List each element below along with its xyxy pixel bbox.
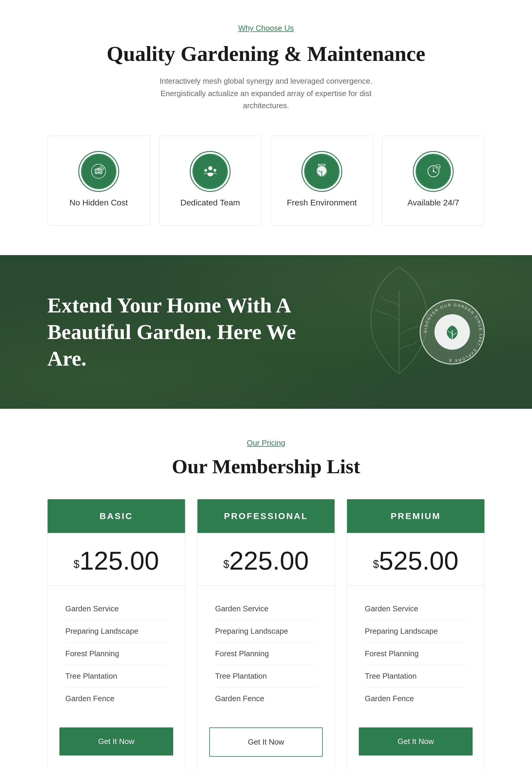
premium-feature-1: Garden Service <box>365 598 467 620</box>
feature-card-available-247: 24/7 Available 24/7 <box>382 136 485 226</box>
premium-features: Garden Service Preparing Landscape Fores… <box>347 586 484 722</box>
svg-text:DISCOVER OUR GARDEN SINCE 1997: DISCOVER OUR GARDEN SINCE 1997. EXPLORE … <box>423 303 483 363</box>
cost-icon: $ % <box>90 163 107 179</box>
professional-get-it-now-button[interactable]: Get It Now <box>209 727 323 757</box>
banner-content: Extend Your Home With A Beautiful Garden… <box>47 292 485 372</box>
no-hidden-cost-label: No Hidden Cost <box>56 198 141 208</box>
quality-title: Quality Gardening & Maintenance <box>47 42 485 66</box>
svg-text:24/7: 24/7 <box>436 166 440 169</box>
premium-amount: 525.00 <box>379 546 458 575</box>
professional-feature-5: Garden Fence <box>215 688 317 710</box>
basic-plan-name: BASIC <box>56 511 176 521</box>
premium-currency: $ <box>373 558 379 570</box>
fresh-environment-label: Fresh Environment <box>280 198 364 208</box>
basic-feature-4: Tree Plantation <box>65 665 167 688</box>
premium-plan-name: PREMIUM <box>356 511 476 521</box>
features-grid: $ % No Hidden Cost <box>47 136 485 226</box>
available-247-icon-wrap: 24/7 <box>416 154 451 189</box>
why-choose-us-tag[interactable]: Why Choose Us <box>238 24 294 33</box>
pricing-grid: BASIC $125.00 Garden Service Preparing L… <box>47 499 485 770</box>
premium-header: PREMIUM <box>347 499 484 533</box>
basic-get-it-now-button[interactable]: Get It Now <box>59 727 173 756</box>
dedicated-team-label: Dedicated Team <box>168 198 253 208</box>
premium-feature-3: Forest Planning <box>365 643 467 665</box>
professional-header: PROFESSIONAL <box>197 499 335 533</box>
basic-currency: $ <box>74 558 80 570</box>
pricing-section: Our Pricing Our Membership List BASIC $1… <box>0 409 532 770</box>
eco-icon: eco <box>314 163 330 179</box>
pricing-title: Our Membership List <box>47 455 485 478</box>
clock-icon: 24/7 <box>425 163 442 179</box>
basic-feature-5: Garden Fence <box>65 688 167 710</box>
basic-feature-2: Preparing Landscape <box>65 620 167 643</box>
professional-features: Garden Service Preparing Landscape Fores… <box>197 586 335 722</box>
professional-amount: 225.00 <box>229 546 309 575</box>
pricing-card-professional: PROFESSIONAL $225.00 Garden Service Prep… <box>197 499 335 770</box>
professional-price-area: $225.00 <box>197 533 335 586</box>
basic-feature-3: Forest Planning <box>65 643 167 665</box>
badge-text-ring: DISCOVER OUR GARDEN SINCE 1997. EXPLORE … <box>421 300 486 365</box>
pricing-card-premium: PREMIUM $525.00 Garden Service Preparing… <box>347 499 485 770</box>
professional-currency: $ <box>223 558 229 570</box>
no-hidden-cost-icon-wrap: $ % <box>81 154 116 189</box>
professional-feature-1: Garden Service <box>215 598 317 620</box>
banner-headline: Extend Your Home With A Beautiful Garden… <box>47 292 313 372</box>
professional-feature-3: Forest Planning <box>215 643 317 665</box>
fresh-environment-icon-wrap: eco <box>304 154 340 189</box>
basic-amount: 125.00 <box>80 546 159 575</box>
basic-header: BASIC <box>48 499 185 533</box>
feature-card-dedicated-team: Dedicated Team <box>159 136 262 226</box>
quality-section: Why Choose Us Quality Gardening & Mainte… <box>0 0 532 255</box>
badge-circle: DISCOVER OUR GARDEN SINCE 1997. EXPLORE … <box>420 299 485 364</box>
svg-point-7 <box>208 166 212 171</box>
svg-text:%: % <box>101 166 103 170</box>
basic-features: Garden Service Preparing Landscape Fores… <box>48 586 185 722</box>
svg-point-8 <box>204 169 207 172</box>
feature-card-no-hidden-cost: $ % No Hidden Cost <box>47 136 150 226</box>
basic-feature-1: Garden Service <box>65 598 167 620</box>
banner-section: Extend Your Home With A Beautiful Garden… <box>0 255 532 409</box>
svg-point-15 <box>433 171 434 172</box>
svg-point-9 <box>213 169 216 172</box>
basic-price-area: $125.00 <box>48 533 185 586</box>
pricing-card-basic: BASIC $125.00 Garden Service Preparing L… <box>47 499 185 770</box>
dedicated-team-icon-wrap <box>192 154 228 189</box>
premium-get-it-now-button[interactable]: Get It Now <box>359 727 473 756</box>
professional-feature-2: Preparing Landscape <box>215 620 317 643</box>
premium-feature-4: Tree Plantation <box>365 665 467 688</box>
our-pricing-tag[interactable]: Our Pricing <box>247 438 285 448</box>
feature-card-fresh-environment: eco Fresh Environment <box>270 136 373 226</box>
professional-plan-name: PROFESSIONAL <box>206 511 326 521</box>
svg-text:eco: eco <box>318 163 326 167</box>
garden-badge: DISCOVER OUR GARDEN SINCE 1997. EXPLORE … <box>420 299 485 364</box>
premium-feature-5: Garden Fence <box>365 688 467 710</box>
quality-description: Interactively mesh global synergy and le… <box>151 75 381 112</box>
team-icon <box>202 163 218 179</box>
premium-price-area: $525.00 <box>347 533 484 586</box>
professional-feature-4: Tree Plantation <box>215 665 317 688</box>
available-247-label: Available 24/7 <box>391 198 476 208</box>
premium-feature-2: Preparing Landscape <box>365 620 467 643</box>
